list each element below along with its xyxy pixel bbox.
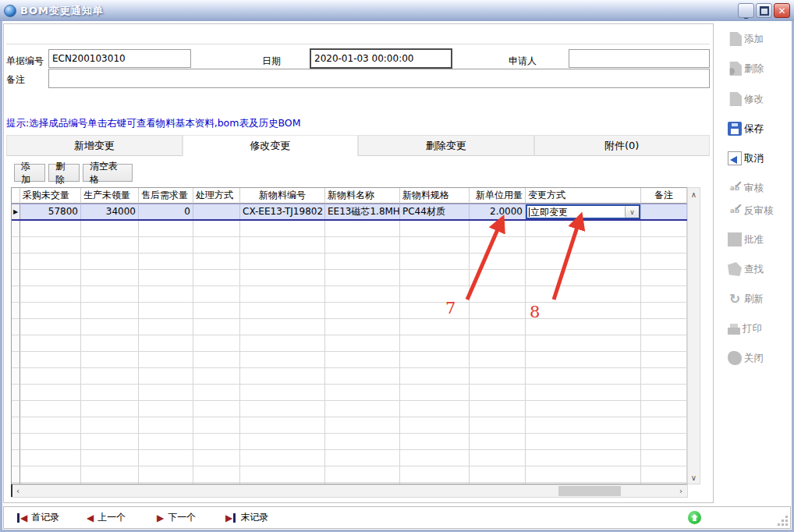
next-record-button[interactable]: ▶ 下一个 — [157, 507, 196, 528]
last-record-label: 末记录 — [240, 511, 268, 524]
scroll-right-button[interactable]: › — [675, 485, 687, 497]
cell-production-open-qty[interactable]: 34000 — [81, 204, 139, 219]
cell-handling-method[interactable] — [193, 204, 240, 219]
scroll-down-icon: ∨ — [691, 473, 697, 482]
next-record-icon: ▶ — [157, 513, 164, 523]
cell-new-unit-usage[interactable]: 2.0000 — [470, 204, 526, 219]
header-new-item-name: 新物料名称 — [325, 188, 400, 204]
maximize-button[interactable] — [756, 3, 772, 18]
grid-delete-button[interactable]: 删除 — [48, 164, 80, 182]
grid-empty-row — [12, 303, 688, 319]
previous-record-button[interactable]: ◀ 上一个 — [87, 507, 126, 528]
grid-empty-row — [12, 466, 688, 483]
grid-empty-row — [12, 335, 688, 352]
scroll-left-button[interactable]: ‹ — [12, 485, 24, 497]
grid-empty-row — [12, 270, 688, 286]
hint-text: 提示:选择成品编号单击右键可查看物料基本资料,bom表及历史BOM — [6, 117, 300, 130]
sidebar-delete-button[interactable]: 删除 — [728, 60, 792, 77]
close-button[interactable]: ✕ — [774, 3, 790, 18]
grid-empty-row — [12, 254, 688, 270]
maximize-icon — [760, 6, 769, 16]
cell-remark[interactable] — [641, 204, 687, 219]
scroll-right-icon: › — [679, 487, 682, 495]
grid-empty-row — [12, 368, 688, 385]
grid-header-row: 采购未交量 生产未领量 售后需求量 处理方式 新物料编号 新物料名称 新物料规格… — [12, 188, 688, 204]
sidebar-refresh-button[interactable]: ↻刷新 — [728, 290, 792, 307]
date-label: 日期 — [262, 53, 281, 69]
next-record-label: 下一个 — [168, 511, 196, 524]
grid-add-button[interactable]: 添加 — [14, 164, 45, 182]
minimize-button[interactable]: _ — [738, 3, 754, 18]
sidebar-print-button[interactable]: 打印 — [728, 320, 792, 337]
remark-input[interactable] — [48, 69, 710, 88]
doc-no-input[interactable] — [48, 49, 191, 68]
grid-empty-row — [12, 319, 688, 335]
grid-selected-row: ▶ 57800 34000 0 CX-EE13-TJ19802 EE13磁芯1.… — [12, 204, 688, 221]
scroll-down-button[interactable]: ∨ — [688, 471, 700, 484]
sidebar-find-button[interactable]: 查找 — [728, 261, 792, 278]
last-record-button[interactable]: ▶ 末记录 — [225, 507, 268, 528]
previous-record-label: 上一个 — [97, 511, 126, 524]
header-purchase-open-qty: 采购未交量 — [20, 188, 81, 204]
cell-change-mode: 立即变更 ∨ — [526, 204, 641, 219]
header-remark: 备注 — [641, 188, 687, 204]
tab-delete-change[interactable]: 删除变更 — [358, 135, 534, 156]
resize-grip[interactable] — [778, 516, 788, 526]
horizontal-scrollbar[interactable]: ‹ › — [11, 484, 688, 498]
previous-record-icon: ◀ — [87, 513, 94, 523]
change-mode-combobox[interactable]: 立即变更 ∨ — [526, 204, 640, 219]
change-grid: 采购未交量 生产未领量 售后需求量 处理方式 新物料编号 新物料名称 新物料规格… — [11, 187, 688, 484]
save-floppy-icon — [728, 122, 742, 136]
sidebar-cancel-button[interactable]: 取消 — [728, 150, 792, 167]
sidebar-save-button[interactable]: 保存 — [728, 120, 792, 137]
remark-label: 备注 — [6, 72, 25, 87]
sidebar-close-button[interactable]: 关闭 — [728, 349, 792, 367]
annotation-number-8: 8 — [530, 303, 540, 321]
first-record-button[interactable]: ◀ 首记录 — [16, 507, 59, 528]
first-record-icon: ◀ — [16, 513, 27, 523]
grid-empty-row — [12, 237, 688, 254]
tab-attachments[interactable]: 附件(0) — [534, 135, 711, 156]
add-doc-icon — [728, 32, 742, 46]
record-nav-bar: ◀ 首记录 ◀ 上一个 ▶ 下一个 ▶ 末记录 — [3, 506, 791, 529]
find-icon — [728, 262, 742, 276]
cell-new-item-code[interactable]: CX-EE13-TJ19802 — [240, 204, 325, 219]
cell-purchase-open-qty[interactable]: 57800 — [20, 204, 81, 219]
grid-left-edge — [11, 484, 12, 497]
tab-add-change[interactable]: 新增变更 — [6, 135, 183, 156]
header-change-mode: 变更方式 — [526, 188, 641, 204]
header-row-selector — [12, 188, 20, 204]
vertical-scrollbar[interactable]: ∧ ∨ — [687, 187, 700, 484]
current-row-marker-icon: ▶ — [12, 204, 20, 219]
status-green-icon[interactable] — [688, 511, 701, 524]
horizontal-scroll-thumb[interactable] — [558, 486, 621, 496]
grid-empty-row — [12, 434, 688, 450]
cell-aftersales-demand-qty[interactable]: 0 — [139, 204, 193, 219]
grid-empty-rows — [12, 221, 688, 484]
header-new-item-spec: 新物料规格 — [400, 188, 470, 204]
grid-empty-row — [12, 401, 688, 417]
sidebar-unaudit-button[interactable]: ab反审核 — [728, 202, 792, 219]
delete-doc-icon — [728, 62, 742, 76]
cancel-arrow-icon — [728, 151, 742, 165]
doc-no-label: 单据编号 — [6, 53, 44, 69]
applicant-label: 申请人 — [509, 53, 537, 69]
tab-bar: 新增变更 修改变更 删除变更 附件(0) — [6, 135, 710, 156]
combobox-dropdown-button[interactable]: ∨ — [625, 206, 639, 218]
cell-new-item-name[interactable]: EE13磁芯1.8MH — [325, 204, 400, 219]
grid-clear-button[interactable]: 清空表格 — [83, 164, 133, 182]
date-input[interactable] — [310, 48, 452, 69]
change-mode-value: 立即变更 — [530, 205, 625, 219]
grid-empty-row — [12, 352, 688, 368]
sidebar-audit-button[interactable]: ab审核 — [728, 179, 792, 197]
sidebar-modify-button[interactable]: 修改 — [728, 90, 792, 108]
form-divider — [6, 44, 710, 44]
refresh-icon: ↻ — [728, 292, 742, 306]
scroll-up-button[interactable]: ∧ — [688, 188, 700, 200]
sidebar-add-button[interactable]: 添加 — [728, 30, 792, 48]
applicant-input[interactable] — [569, 49, 710, 68]
tab-modify-change[interactable]: 修改变更 — [183, 135, 359, 156]
cell-new-item-spec[interactable]: PC44材质 — [400, 204, 470, 219]
close-doc-icon — [728, 351, 742, 365]
sidebar-approve-button[interactable]: 批准 — [728, 231, 792, 248]
